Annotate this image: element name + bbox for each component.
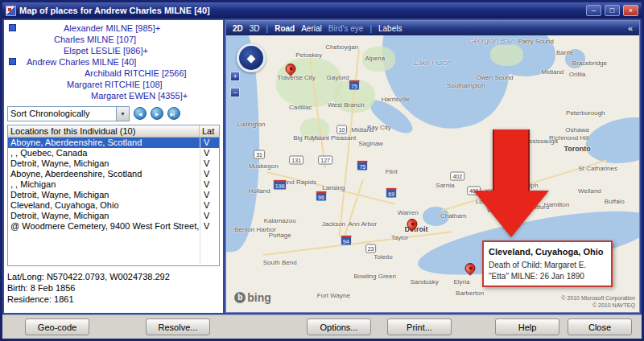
location-name: @ Woodmere Cemetery, 9400 West Fort Stre…: [8, 221, 200, 232]
pedigree-name[interactable]: Charles MILNE [107]: [54, 35, 136, 44]
location-row[interactable]: Aboyne, Aberdeenshire, ScotlandV: [8, 138, 219, 148]
titlebar[interactable]: Map of places for Andrew Charles MILNE […: [2, 2, 642, 18]
map-label: Oshawa: [565, 125, 588, 133]
map-label: Cadillac: [289, 104, 312, 111]
map-mode-3d[interactable]: 3D: [250, 24, 260, 33]
locations-list: Locations for this Individual (10) Lat A…: [7, 125, 220, 266]
close-button[interactable]: ×: [623, 5, 638, 16]
help-button[interactable]: Help: [495, 318, 559, 335]
map-label: Sarnia: [436, 181, 454, 188]
map-label: Welland: [578, 187, 601, 194]
step-back-button[interactable]: ◀: [134, 107, 147, 120]
maximize-button[interactable]: □: [605, 5, 620, 16]
location-lat-flag: V: [200, 148, 219, 158]
map-style-aerial[interactable]: Aerial: [301, 24, 322, 33]
pedigree-name[interactable]: Andrew Charles MILNE [40]: [27, 57, 136, 67]
step-forward-button[interactable]: ▶▏: [167, 107, 180, 120]
geocode-button[interactable]: Geo-code: [25, 318, 89, 335]
print-button[interactable]: Print...: [387, 318, 452, 335]
road-shield: 75: [349, 80, 360, 90]
location-name: Detroit, Wayne, Michigan: [8, 190, 200, 200]
forest-area: [490, 43, 523, 66]
lake-ontario: [582, 112, 639, 170]
location-name: , , Michigan: [8, 179, 200, 190]
map-label: Warren: [398, 209, 419, 216]
pedigree-item[interactable]: Charles MILNE [107]: [7, 34, 220, 45]
map-label: Owen Sound: [476, 73, 513, 80]
infobox-line2: "Etta" MILNE: 26 Jan 1890: [489, 271, 606, 282]
map-toolbar: 2D 3D | Road Aerial Bird's eye | Labels …: [226, 21, 639, 35]
pedigree-name[interactable]: Alexander MILNE [985]+: [64, 23, 160, 33]
location-row[interactable]: , , Quebec, CanadaV: [8, 148, 219, 158]
map-label: Petoskey: [295, 51, 322, 59]
road-shield: 402: [450, 172, 464, 181]
road-shield: 31: [254, 150, 265, 158]
pedigree-item[interactable]: Margaret RITCHIE [108]: [7, 79, 220, 90]
road-shield: 94: [341, 235, 352, 245]
app-icon: [6, 6, 16, 16]
close-window-button[interactable]: Close: [568, 318, 632, 335]
pedigree-item[interactable]: Archibald RITCHIE [2566]: [7, 68, 220, 79]
road-shield: 196: [273, 179, 287, 190]
map-label: Traverse City: [278, 73, 316, 80]
map-style-birdseye[interactable]: Bird's eye: [328, 24, 364, 33]
location-lat-flag: V: [200, 221, 219, 232]
map-canvas[interactable]: ◆ + − Cleveland, Cuyahoga, Ohio Death of…: [226, 35, 639, 312]
map-labels-toggle[interactable]: Labels: [378, 24, 402, 33]
minimize-button[interactable]: –: [586, 5, 601, 16]
pedigree-name[interactable]: Margaret RITCHIE [108]: [67, 80, 163, 89]
location-infobox[interactable]: Cleveland, Cuyahoga, Ohio Death of Child…: [482, 240, 613, 288]
play-button[interactable]: ▶: [151, 107, 163, 120]
map-label: Harrisville: [382, 96, 410, 103]
map-mode-2d[interactable]: 2D: [233, 24, 243, 33]
toolbar-collapse-button[interactable]: «: [628, 23, 633, 33]
chevron-down-icon[interactable]: ▼: [116, 107, 129, 121]
road-shield: 10: [336, 125, 348, 134]
location-row[interactable]: @ Woodmere Cemetery, 9400 West Fort Stre…: [8, 221, 219, 232]
bing-icon: b: [234, 292, 246, 303]
pedigree-name[interactable]: Elspet LESLIE [986]+: [64, 46, 148, 55]
sort-order-select[interactable]: Sort Chronologically ▼: [7, 106, 130, 121]
main-area: Alexander MILNE [985]+Charles MILNE [107…: [2, 18, 642, 314]
road-shield: 96: [316, 191, 327, 201]
map-label: South Bend: [263, 259, 297, 266]
locations-header[interactable]: Locations for this Individual (10): [8, 125, 200, 137]
pedigree-item[interactable]: Andrew Charles MILNE [40]: [7, 56, 220, 68]
location-row[interactable]: , , MichiganV: [8, 179, 219, 190]
map-label: Bowling Green: [353, 273, 395, 280]
location-row[interactable]: Aboyne, Aberdeenshire, ScotlandV: [8, 169, 219, 179]
map-label: Barrie: [556, 48, 573, 55]
person-icon: [9, 58, 16, 65]
location-row[interactable]: Detroit, Wayne, MichiganV: [8, 211, 219, 221]
location-row[interactable]: Detroit, Wayne, MichiganV: [8, 190, 219, 200]
bing-wordmark: bing: [247, 291, 271, 304]
map-label: Toronto: [564, 145, 590, 153]
lat-column-header[interactable]: Lat: [200, 125, 219, 137]
locations-header-row[interactable]: Locations for this Individual (10) Lat: [8, 125, 219, 138]
arrow-shaft: [493, 129, 530, 191]
pedigree-name[interactable]: Archibald RITCHIE [2566]: [85, 68, 187, 78]
map-label: Chatham: [440, 212, 466, 219]
pedigree-item[interactable]: Alexander MILNE [985]+: [7, 23, 220, 34]
bottom-button-bar: Geo-code Resolve... Options... Print... …: [2, 314, 642, 339]
copyright-line2: © 2010 NAVTEQ: [561, 302, 635, 309]
map-label: Muskegon: [249, 162, 279, 169]
pedigree-item[interactable]: Elspet LESLIE [986]+: [7, 45, 220, 56]
location-row[interactable]: Cleveland, Cuyahoga, OhioV: [8, 200, 219, 211]
compass-control[interactable]: ◆: [237, 43, 266, 72]
options-button[interactable]: Options...: [307, 318, 371, 335]
zoom-out-button[interactable]: −: [230, 88, 240, 97]
map-style-road[interactable]: Road: [275, 24, 295, 33]
map-copyright: © 2010 Microsoft Corporation © 2010 NAVT…: [561, 294, 635, 309]
zoom-in-button[interactable]: +: [230, 72, 240, 81]
pedigree-name[interactable]: Margaret EWEN [4355]+: [91, 91, 188, 101]
road-shield: 23: [365, 244, 377, 253]
infobox-title: Cleveland, Cuyahoga, Ohio: [489, 246, 606, 258]
map-label: Kalamazoo: [264, 217, 296, 224]
pedigree-item[interactable]: Margaret EWEN [4355]+: [7, 90, 220, 101]
resolve-button[interactable]: Resolve...: [146, 318, 210, 335]
location-row[interactable]: Detroit, Wayne, MichiganV: [8, 158, 219, 169]
location-name: Aboyne, Aberdeenshire, Scotland: [8, 169, 200, 179]
location-lat-flag: V: [200, 179, 219, 190]
map-label: Toledo: [374, 253, 393, 261]
